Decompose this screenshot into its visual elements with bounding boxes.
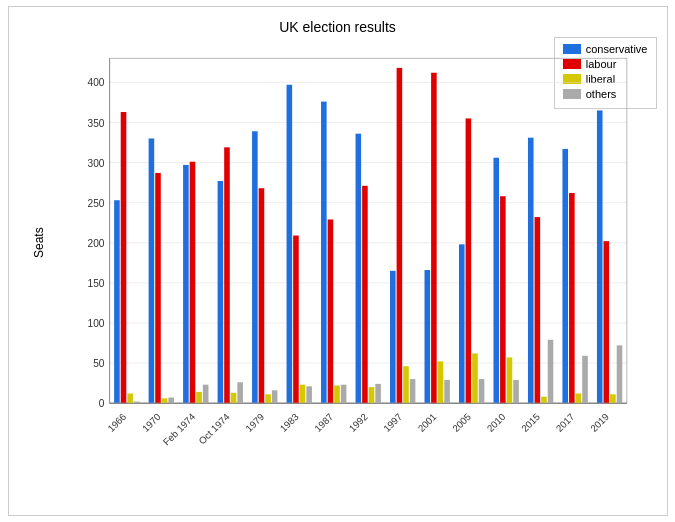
svg-rect-65 xyxy=(424,270,430,403)
svg-text:100: 100 xyxy=(87,318,104,329)
svg-text:1987: 1987 xyxy=(312,411,335,434)
svg-text:0: 0 xyxy=(98,398,104,409)
svg-rect-55 xyxy=(355,134,361,403)
svg-text:Oct 1974: Oct 1974 xyxy=(196,411,232,447)
svg-rect-36 xyxy=(224,147,230,403)
svg-rect-43 xyxy=(271,390,277,403)
svg-rect-45 xyxy=(286,85,292,403)
svg-rect-93 xyxy=(616,345,622,403)
svg-rect-77 xyxy=(506,357,512,403)
svg-rect-57 xyxy=(368,387,374,403)
svg-rect-58 xyxy=(375,384,381,403)
svg-rect-42 xyxy=(265,394,271,403)
svg-rect-21 xyxy=(120,112,126,403)
svg-text:1970: 1970 xyxy=(139,411,162,434)
svg-rect-78 xyxy=(513,380,519,403)
svg-rect-72 xyxy=(472,353,478,403)
svg-rect-75 xyxy=(493,158,499,403)
svg-rect-22 xyxy=(127,394,133,404)
svg-rect-87 xyxy=(575,394,581,404)
svg-rect-83 xyxy=(547,340,553,403)
svg-text:150: 150 xyxy=(87,278,104,289)
svg-text:1966: 1966 xyxy=(105,411,128,434)
svg-rect-28 xyxy=(168,398,174,404)
svg-rect-27 xyxy=(161,398,167,403)
svg-rect-32 xyxy=(196,392,202,403)
svg-text:2015: 2015 xyxy=(519,411,542,434)
svg-rect-86 xyxy=(569,193,575,403)
svg-rect-66 xyxy=(431,73,437,403)
svg-rect-81 xyxy=(534,217,540,403)
svg-text:350: 350 xyxy=(87,118,104,129)
svg-text:1979: 1979 xyxy=(243,411,266,434)
svg-rect-35 xyxy=(217,181,223,403)
svg-rect-46 xyxy=(293,236,299,404)
svg-rect-50 xyxy=(321,102,327,404)
svg-rect-51 xyxy=(327,219,333,403)
svg-rect-20 xyxy=(114,200,120,403)
svg-rect-61 xyxy=(396,68,402,403)
svg-text:200: 200 xyxy=(87,238,104,249)
svg-rect-56 xyxy=(362,186,368,403)
chart-title: UK election results xyxy=(9,19,667,35)
svg-rect-40 xyxy=(252,131,258,403)
svg-rect-38 xyxy=(237,382,243,403)
svg-rect-30 xyxy=(183,165,189,403)
svg-rect-48 xyxy=(306,386,312,403)
svg-rect-70 xyxy=(458,244,464,403)
svg-rect-73 xyxy=(478,379,484,403)
svg-rect-33 xyxy=(202,385,208,403)
svg-text:2019: 2019 xyxy=(588,411,611,434)
svg-rect-71 xyxy=(465,118,471,403)
svg-rect-85 xyxy=(562,149,568,403)
svg-text:400: 400 xyxy=(87,77,104,88)
svg-text:2001: 2001 xyxy=(415,411,438,434)
svg-rect-60 xyxy=(390,271,396,403)
svg-text:1983: 1983 xyxy=(277,411,300,434)
svg-rect-63 xyxy=(409,379,415,403)
svg-rect-53 xyxy=(340,385,346,403)
svg-rect-82 xyxy=(541,397,547,403)
svg-rect-31 xyxy=(189,162,195,403)
svg-text:250: 250 xyxy=(87,198,104,209)
svg-rect-62 xyxy=(403,366,409,403)
svg-rect-68 xyxy=(444,380,450,403)
svg-rect-41 xyxy=(258,188,264,403)
svg-rect-37 xyxy=(230,393,236,403)
svg-rect-26 xyxy=(155,173,161,403)
svg-rect-90 xyxy=(596,110,602,403)
svg-text:50: 50 xyxy=(93,358,105,369)
svg-rect-52 xyxy=(334,385,340,403)
svg-text:1997: 1997 xyxy=(381,411,404,434)
svg-text:2005: 2005 xyxy=(450,411,473,434)
svg-rect-88 xyxy=(582,356,588,403)
svg-rect-91 xyxy=(603,241,609,403)
chart-svg: 05010015020025030035040019661970Feb 1974… xyxy=(69,47,637,455)
svg-rect-92 xyxy=(610,394,616,403)
svg-rect-67 xyxy=(437,361,443,403)
svg-rect-25 xyxy=(148,138,154,403)
y-axis-label: Seats xyxy=(32,227,46,258)
svg-text:Feb 1974: Feb 1974 xyxy=(160,411,197,448)
svg-text:2017: 2017 xyxy=(553,411,576,434)
chart-container: UK election results conservative labour … xyxy=(8,6,668,516)
svg-text:2010: 2010 xyxy=(484,411,507,434)
svg-rect-47 xyxy=(299,385,305,403)
chart-area: Seats 05010015020025030035040019661970Fe… xyxy=(69,47,637,455)
svg-rect-76 xyxy=(500,196,506,403)
svg-text:1992: 1992 xyxy=(346,411,369,434)
svg-rect-80 xyxy=(527,138,533,403)
svg-text:300: 300 xyxy=(87,158,104,169)
